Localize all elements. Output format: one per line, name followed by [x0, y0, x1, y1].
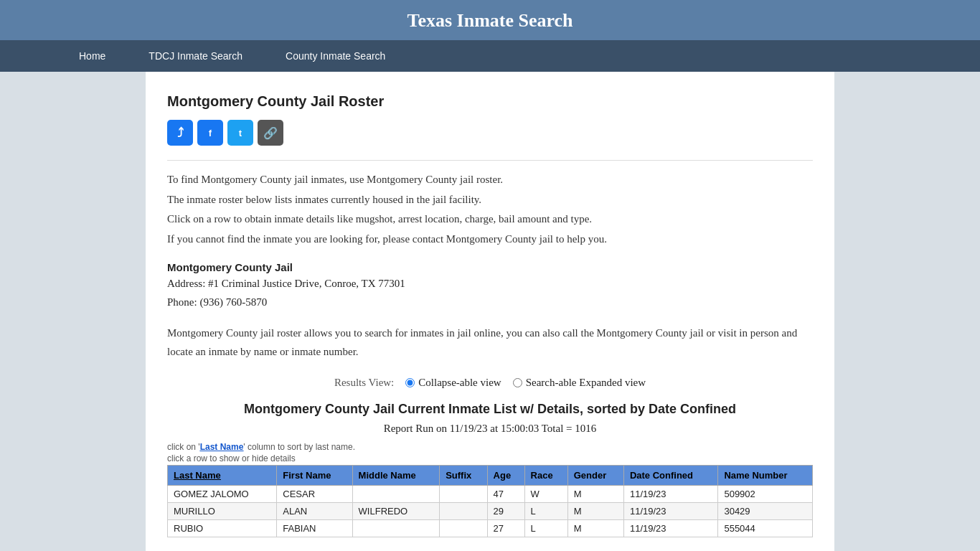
desc-line-1: To find Montgomery County jail inmates, …: [167, 171, 813, 189]
table-cell: [440, 503, 487, 520]
col-middle-name: Middle Name: [352, 466, 440, 486]
table-cell: FABIAN: [277, 520, 352, 537]
site-title: Texas Inmate Search: [0, 10, 980, 32]
table-cell: MURILLO: [168, 503, 277, 520]
table-cell: 30429: [718, 503, 813, 520]
social-buttons: ⤴ f t 🔗: [167, 120, 813, 146]
expanded-view-option[interactable]: Search-able Expanded view: [513, 377, 646, 389]
jail-info: Montgomery County Jail Address: #1 Crimi…: [167, 261, 813, 311]
table-cell: CESAR: [277, 486, 352, 503]
table-cell: GOMEZ JALOMO: [168, 486, 277, 503]
site-header: Texas Inmate Search: [0, 0, 980, 40]
col-gender: Gender: [567, 466, 623, 486]
nav-home[interactable]: Home: [57, 40, 127, 72]
table-cell: M: [567, 520, 623, 537]
facebook-button[interactable]: f: [197, 120, 223, 146]
click-instruction-1: click on 'Last Name' column to sort by l…: [167, 442, 813, 452]
table-cell: 11/19/23: [623, 486, 718, 503]
expanded-view-radio[interactable]: [513, 378, 522, 387]
inmate-list-title: Montgomery County Jail Current Inmate Li…: [167, 402, 813, 417]
divider-1: [167, 160, 813, 161]
col-first-name: First Name: [277, 466, 352, 486]
table-cell: 11/19/23: [623, 520, 718, 537]
jail-address: Address: #1 Criminal Justice Drive, Conr…: [167, 275, 813, 293]
col-last-name: Last Name: [168, 466, 277, 486]
table-cell: M: [567, 486, 623, 503]
table-cell: 29: [487, 503, 524, 520]
table-header: Last Name First Name Middle Name Suffix …: [168, 466, 813, 486]
desc-line-2: The inmate roster below lists inmates cu…: [167, 191, 813, 209]
desc-line-3: Click on a row to obtain inmate details …: [167, 210, 813, 229]
table-cell: [440, 520, 487, 537]
table-cell: 47: [487, 486, 524, 503]
col-suffix: Suffix: [440, 466, 487, 486]
expanded-view-label: Search-able Expanded view: [526, 377, 646, 389]
sort-last-name[interactable]: Last Name: [174, 470, 221, 481]
table-cell: WILFREDO: [352, 503, 440, 520]
inmate-list: GOMEZ JALOMOCESAR47WM11/19/23509902MURIL…: [168, 486, 813, 537]
collapse-view-label: Collapse-able view: [418, 377, 501, 389]
content-wrapper: Montgomery County Jail Roster ⤴ f t 🔗 To…: [0, 72, 980, 551]
nav-tdcj[interactable]: TDCJ Inmate Search: [127, 40, 264, 72]
table-cell: RUBIO: [168, 520, 277, 537]
col-race: Race: [524, 466, 567, 486]
table-cell: L: [524, 520, 567, 537]
report-run: Report Run on 11/19/23 at 15:00:03 Total…: [167, 423, 813, 435]
table-cell: 555044: [718, 520, 813, 537]
navigation: Home TDCJ Inmate Search County Inmate Se…: [0, 40, 980, 72]
roster-description: Montgomery County jail roster allows you…: [167, 324, 813, 361]
table-row[interactable]: GOMEZ JALOMOCESAR47WM11/19/23509902: [168, 486, 813, 503]
table-cell: M: [567, 503, 623, 520]
table-cell: 27: [487, 520, 524, 537]
table-row[interactable]: MURILLOALANWILFREDO29LM11/19/2330429: [168, 503, 813, 520]
table-cell: ALAN: [277, 503, 352, 520]
sort-last-name-text: Last Name: [200, 442, 244, 452]
twitter-button[interactable]: t: [227, 120, 253, 146]
main-content: Montgomery County Jail Roster ⤴ f t 🔗 To…: [146, 72, 834, 551]
nav-county[interactable]: County Inmate Search: [264, 40, 407, 72]
share-button[interactable]: ⤴: [167, 120, 193, 146]
col-age: Age: [487, 466, 524, 486]
jail-phone: Phone: (936) 760-5870: [167, 293, 813, 312]
desc-line-4: If you cannot find the inmate you are lo…: [167, 230, 813, 249]
col-date-confined: Date Confined: [623, 466, 718, 486]
col-name-number: Name Number: [718, 466, 813, 486]
results-view-label: Results View:: [334, 377, 394, 389]
table-cell: [352, 486, 440, 503]
collapse-view-radio[interactable]: [405, 378, 415, 387]
table-cell: 509902: [718, 486, 813, 503]
table-cell: L: [524, 503, 567, 520]
table-header-row: Last Name First Name Middle Name Suffix …: [168, 466, 813, 486]
table-cell: W: [524, 486, 567, 503]
jail-name: Montgomery County Jail: [167, 261, 813, 273]
results-view-options: Results View: Collapse-able view Search-…: [167, 377, 813, 389]
collapse-view-option[interactable]: Collapse-able view: [405, 377, 501, 389]
page-title: Montgomery County Jail Roster: [167, 93, 813, 110]
table-row[interactable]: RUBIOFABIAN27LM11/19/23555044: [168, 520, 813, 537]
sort-last-name-link[interactable]: Last Name: [200, 442, 244, 452]
description: To find Montgomery County jail inmates, …: [167, 171, 813, 248]
table-cell: 11/19/23: [623, 503, 718, 520]
table-cell: [352, 520, 440, 537]
click-instruction-2: click a row to show or hide details: [167, 453, 813, 463]
table-cell: [440, 486, 487, 503]
copy-link-button[interactable]: 🔗: [258, 120, 283, 146]
inmate-table: Last Name First Name Middle Name Suffix …: [167, 465, 813, 537]
